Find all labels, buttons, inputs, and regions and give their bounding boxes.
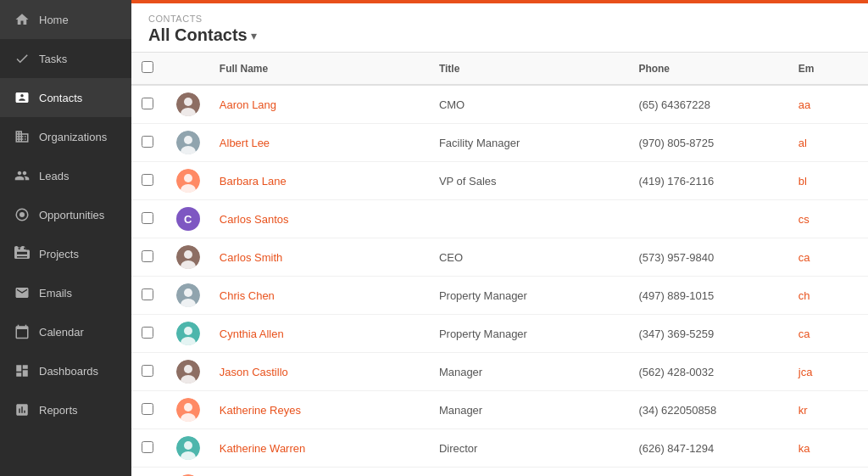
row-email-cell: cs: [788, 200, 868, 238]
sidebar-item-organizations[interactable]: Organizations: [0, 117, 131, 156]
row-checkbox[interactable]: [142, 98, 153, 109]
svg-point-12: [184, 250, 192, 259]
reports-icon: [14, 401, 31, 418]
contact-name[interactable]: Barbara Lane: [220, 175, 287, 188]
row-name-cell: Chris Chen: [209, 277, 429, 315]
header-title-col[interactable]: Title: [429, 53, 629, 85]
row-avatar-cell: [170, 277, 209, 315]
row-title-cell: VP of Sales: [429, 162, 629, 200]
avatar: [176, 92, 200, 116]
contact-name[interactable]: Carlos Smith: [220, 251, 282, 264]
row-avatar-cell: [170, 353, 209, 391]
sidebar-item-label: Home: [39, 14, 69, 26]
contacts-table: Full Name Title Phone Em Aaron Lang CMO …: [131, 53, 868, 476]
sidebar-item-label: Reports: [39, 404, 78, 417]
svg-point-6: [184, 136, 192, 144]
sidebar-item-calendar[interactable]: Calendar: [0, 312, 131, 351]
email-value[interactable]: ka: [798, 442, 810, 455]
row-checkbox-cell: [131, 429, 170, 468]
row-checkbox-cell: [131, 277, 170, 315]
tasks-icon: [14, 50, 31, 67]
avatar: C: [176, 207, 200, 231]
table-row: C Carlos Santos cs: [131, 200, 868, 238]
email-value[interactable]: cs: [798, 213, 810, 226]
sidebar-item-dashboards[interactable]: Dashboards: [0, 351, 131, 390]
sidebar-item-contacts[interactable]: Contacts: [0, 78, 131, 117]
table-header-row: Full Name Title Phone Em: [131, 53, 868, 85]
sidebar-item-leads[interactable]: Leads: [0, 156, 131, 195]
row-email-cell: aa: [788, 85, 868, 124]
table-row: Carlos Smith CEO (573) 957-9840 ca: [131, 238, 868, 277]
row-phone-cell: (347) 369-5259: [628, 315, 787, 353]
select-all-checkbox[interactable]: [142, 61, 153, 73]
page-title: All Contacts: [148, 25, 248, 45]
sidebar-item-reports[interactable]: Reports: [0, 390, 131, 429]
email-value[interactable]: ch: [798, 289, 810, 302]
row-checkbox[interactable]: [142, 365, 153, 377]
sidebar-item-opportunities[interactable]: Opportunities: [0, 195, 131, 234]
row-checkbox[interactable]: [142, 212, 153, 224]
title-row: All Contacts ▾: [148, 25, 851, 45]
row-checkbox[interactable]: [142, 441, 153, 453]
row-title-cell: Property Manager: [429, 315, 629, 353]
contact-name[interactable]: Albert Lee: [220, 137, 270, 149]
row-avatar-cell: C: [170, 200, 209, 238]
row-title-cell: CEO: [429, 238, 629, 277]
table-row: Albert Lee Facility Manager (970) 805-87…: [131, 124, 868, 162]
email-value[interactable]: al: [798, 137, 807, 149]
row-checkbox[interactable]: [142, 403, 153, 415]
contact-name[interactable]: Jason Castillo: [220, 366, 288, 378]
email-value[interactable]: bl: [798, 175, 807, 188]
avatar: [176, 398, 200, 422]
row-email-cell: ca: [788, 238, 868, 277]
table-row: Barbara Lane VP of Sales (419) 176-2116 …: [131, 162, 868, 200]
contact-name[interactable]: Chris Chen: [220, 289, 275, 302]
opportunities-icon: [14, 206, 31, 223]
contact-name[interactable]: Aaron Lang: [220, 98, 276, 111]
row-checkbox-cell: [131, 315, 170, 353]
organizations-icon: [14, 128, 31, 145]
table-row: Katherine Reyes Manager (34) 622050858 k…: [131, 391, 868, 429]
svg-point-9: [184, 174, 192, 182]
row-checkbox[interactable]: [142, 250, 153, 262]
row-title-cell: CEO: [429, 468, 629, 477]
contact-name[interactable]: Cynthia Allen: [220, 328, 284, 340]
sidebar-item-home[interactable]: Home: [0, 0, 131, 39]
contact-name[interactable]: Katherine Warren: [220, 442, 305, 455]
row-name-cell: Carlos Smith: [209, 238, 429, 277]
email-value[interactable]: aa: [798, 98, 810, 111]
row-avatar-cell: [170, 85, 209, 124]
row-checkbox[interactable]: [142, 174, 153, 186]
title-dropdown[interactable]: ▾: [251, 29, 257, 42]
row-checkbox[interactable]: [142, 327, 153, 339]
sidebar-item-tasks[interactable]: Tasks: [0, 39, 131, 78]
row-email-cell: bl: [788, 162, 868, 200]
section-label: CONTACTS: [148, 14, 851, 24]
row-title-cell: [429, 200, 629, 238]
avatar: [176, 322, 200, 345]
row-checkbox[interactable]: [142, 136, 153, 148]
row-avatar-cell: [170, 429, 209, 468]
sidebar-item-emails[interactable]: Emails: [0, 273, 131, 312]
row-email-cell: lpa: [788, 468, 868, 477]
sidebar-item-label: Organizations: [39, 131, 107, 143]
email-value[interactable]: ca: [798, 251, 810, 264]
sidebar-item-label: Contacts: [39, 92, 82, 104]
header-phone-col[interactable]: Phone: [628, 53, 787, 85]
row-checkbox-cell: [131, 238, 170, 277]
header-email-col[interactable]: Em: [788, 53, 868, 85]
row-email-cell: ka: [788, 429, 868, 468]
email-value[interactable]: kr: [798, 404, 808, 417]
email-value[interactable]: ca: [798, 328, 810, 340]
sidebar-item-label: Dashboards: [39, 365, 98, 378]
avatar: [176, 245, 200, 269]
contact-name[interactable]: Carlos Santos: [220, 213, 289, 226]
email-value[interactable]: jca: [798, 366, 813, 378]
sidebar-item-projects[interactable]: Projects: [0, 234, 131, 273]
table-row: Jason Castillo Manager (562) 428-0032 jc…: [131, 353, 868, 391]
contact-name[interactable]: Katherine Reyes: [220, 404, 301, 417]
row-checkbox[interactable]: [142, 288, 153, 300]
header-fullname-col[interactable]: Full Name: [209, 53, 429, 85]
row-phone-cell: (34) 622050858: [628, 391, 787, 429]
table-row: Katherine Warren Director (626) 847-1294…: [131, 429, 868, 468]
